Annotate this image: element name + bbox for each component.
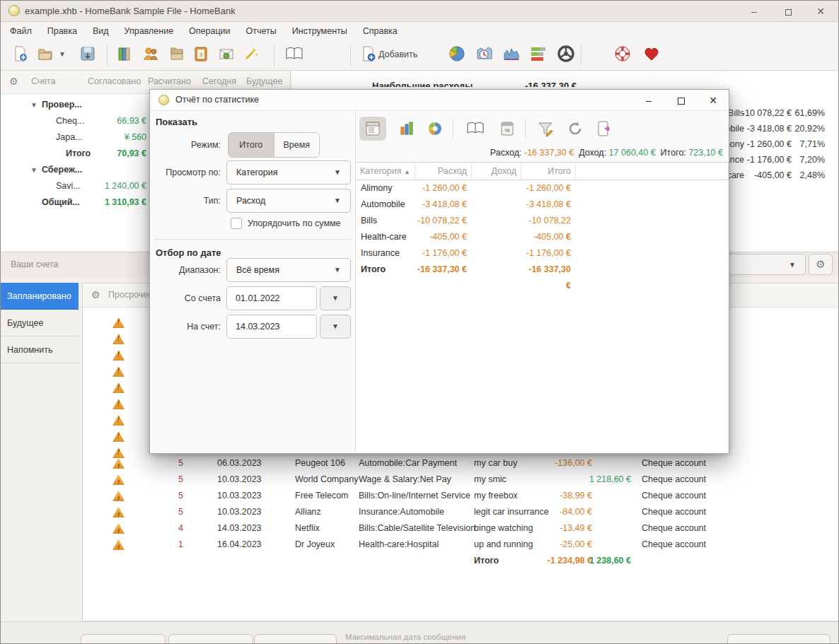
new-file-button[interactable] (8, 42, 32, 66)
stat-row[interactable]: Bills -10 078,22 € -10 078,22 € (356, 213, 729, 229)
donate-heart-button[interactable] (640, 42, 664, 66)
overdue-row[interactable] (112, 380, 125, 396)
scheduled-button[interactable]: 3 (189, 42, 213, 66)
col-expense[interactable]: Расход (415, 163, 472, 180)
export-button[interactable] (591, 117, 618, 141)
menu-transactions[interactable]: Операции (181, 22, 238, 41)
tx-date: 14.03.2023 (217, 520, 262, 537)
menu-tools[interactable]: Инструменты (284, 22, 355, 41)
stat-row[interactable]: Automobile -3 418,08 € -3 418,08 € (356, 197, 729, 213)
skip-button[interactable] (81, 634, 166, 644)
mode-total-button[interactable]: Итого (228, 133, 274, 157)
col-cleared[interactable]: Расчитано (148, 76, 191, 86)
minimize-button[interactable]: – (742, 4, 766, 19)
transaction-row[interactable]: 5 10.03.2023 World Company Wage & Salary… (83, 472, 838, 488)
accounts-settings-gear-icon[interactable]: ⚙ (9, 76, 18, 87)
dialog-minimize-button[interactable]: – (636, 93, 661, 108)
post-all-button[interactable] (254, 634, 337, 644)
to-date-dropdown-button[interactable]: ▼ (320, 315, 351, 339)
col-total[interactable]: Итого (521, 163, 576, 180)
to-date-input[interactable]: 14.03.2023 (226, 315, 317, 339)
vehicle-cost-button[interactable] (554, 42, 578, 66)
overdue-row[interactable] (112, 315, 125, 331)
stat-total: -405,00 € (521, 229, 576, 245)
mode-label: Режим: (150, 140, 221, 150)
overdue-row[interactable] (112, 396, 125, 412)
col-future[interactable]: Будущее (246, 76, 282, 86)
from-date-input[interactable]: 01.01.2022 (226, 286, 317, 310)
bar-chart-button[interactable] (393, 117, 420, 141)
stat-row[interactable]: Alimony -1 260,00 € -1 260,00 € (356, 180, 729, 197)
tx-date: 16.04.2023 (217, 537, 262, 553)
overdue-row[interactable] (112, 331, 125, 347)
accounts-button[interactable] (112, 42, 137, 66)
tab-remind[interactable]: Напомнить (1, 336, 79, 363)
stat-row[interactable]: Insurance -1 176,00 € -1 176,00 € (356, 245, 729, 262)
collapse-arrow-icon[interactable]: ▼ (30, 97, 37, 113)
mode-time-button[interactable]: Время (274, 133, 320, 157)
help-donate-button[interactable] (611, 42, 635, 66)
overdue-row[interactable] (112, 363, 125, 380)
col-category[interactable]: Категория ▲ (356, 163, 415, 180)
budget-button[interactable] (214, 42, 238, 66)
transaction-row[interactable]: 1 16.04.2023 Dr Joyeux Health-care:Hospi… (83, 537, 838, 553)
detail-list-button[interactable] (460, 117, 491, 141)
collapse-arrow-icon[interactable]: ▼ (30, 162, 37, 178)
filter-button[interactable] (532, 117, 559, 141)
report-overview-button[interactable] (282, 42, 306, 66)
refresh-button[interactable] (562, 117, 589, 141)
budget-report-button[interactable] (526, 42, 550, 66)
view-by-select[interactable]: Категория ▼ (226, 160, 351, 185)
dialog-close-button[interactable]: ✕ (700, 93, 726, 108)
tx-payee: Allianz (295, 504, 321, 520)
rate-button[interactable]: % (494, 117, 521, 141)
scheduled-settings-gear-icon[interactable]: ⚙ (91, 289, 100, 300)
statistics-report-button[interactable] (445, 42, 469, 66)
col-accounts[interactable]: Счета (31, 76, 55, 86)
menu-edit[interactable]: Правка (40, 22, 85, 41)
spending-settings-button[interactable]: ⚙ (809, 254, 833, 275)
open-file-button[interactable] (33, 42, 57, 66)
payees-button[interactable] (139, 42, 163, 66)
stat-row[interactable]: Health-care -405,00 € -405,00 € (356, 229, 729, 245)
col-reconciled[interactable]: Согласовано (88, 76, 141, 86)
late-count: 5 (178, 472, 183, 488)
menu-help[interactable]: Справка (355, 22, 405, 41)
close-button[interactable]: ✕ (809, 4, 833, 19)
save-button[interactable] (76, 42, 100, 66)
max-date-select[interactable] (727, 634, 831, 644)
col-today[interactable]: Сегодня (202, 76, 236, 86)
transaction-row[interactable]: 4 14.03.2023 Netflix Bills:Cable/Satelli… (83, 520, 838, 537)
add-transaction-label[interactable]: Добавить (378, 49, 417, 59)
transaction-row[interactable]: 5 10.03.2023 Allianz Insurance:Automobil… (83, 504, 838, 520)
balance-report-button[interactable] (499, 42, 523, 66)
sort-by-amount-checkbox[interactable] (231, 218, 242, 229)
type-select[interactable]: Расход ▼ (226, 189, 351, 213)
list-view-button[interactable] (359, 117, 386, 141)
summary-expense-label: Расход: (490, 148, 522, 158)
tab-scheduled[interactable]: Запланировано (1, 283, 79, 310)
maximize-button[interactable] (776, 4, 800, 19)
menu-file[interactable]: Файл (2, 22, 40, 41)
menu-manage[interactable]: Управление (117, 22, 182, 41)
dialog-maximize-button[interactable] (669, 93, 694, 108)
menu-view[interactable]: Вид (85, 22, 117, 41)
categories-button[interactable] (165, 42, 189, 66)
overdue-row[interactable] (112, 347, 125, 363)
range-select[interactable]: Всё время ▼ (226, 258, 351, 282)
trendtime-report-button[interactable] (473, 42, 497, 66)
col-income[interactable]: Доход (472, 163, 521, 180)
transaction-row[interactable]: 5 10.03.2023 Free Telecom Bills:On-line/… (83, 488, 838, 504)
transaction-row[interactable]: 5 06.03.2023 Peugeot 106 Automobile:Car … (83, 455, 838, 472)
overdue-row[interactable] (112, 428, 125, 445)
donut-chart-button[interactable] (422, 117, 449, 141)
assign-button[interactable] (239, 42, 263, 66)
overdue-row[interactable] (112, 412, 125, 428)
add-transaction-button[interactable] (356, 42, 380, 66)
from-date-dropdown-button[interactable]: ▼ (320, 286, 351, 310)
open-recent-dropdown[interactable]: ▼ (56, 42, 69, 66)
stat-expense: -405,00 € (415, 229, 472, 245)
post-button[interactable] (168, 634, 253, 644)
menu-reports[interactable]: Отчеты (238, 22, 284, 41)
tab-future[interactable]: Будущее (1, 310, 79, 336)
